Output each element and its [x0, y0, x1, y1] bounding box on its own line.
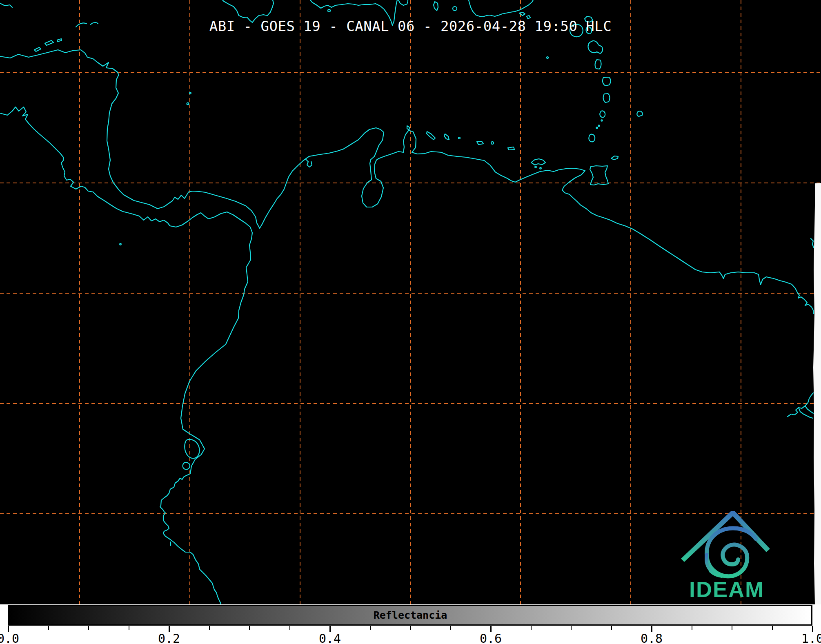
colorbar-minor-tick	[450, 626, 451, 630]
isla-beata-icon	[328, 9, 330, 12]
grenadine-islet-icon	[598, 125, 599, 126]
colorbar-tick-label: 0.2	[158, 631, 180, 644]
las-aves-islet-icon	[458, 137, 460, 139]
coastline-mona	[434, 2, 438, 11]
colorbar-minor-tick	[611, 626, 612, 630]
colorbar: Reflectancia	[8, 605, 812, 626]
colorbar-minor-tick	[249, 626, 250, 630]
colorbar-tick-label: 0.4	[319, 631, 341, 644]
san-andres-icon	[187, 103, 189, 105]
colorbar-minor-tick	[571, 626, 572, 630]
malpelo-icon	[120, 243, 121, 245]
colorbar-minor-tick	[531, 626, 532, 630]
colorbar-tick-label: 0.6	[480, 631, 502, 644]
logo-spiral-icon	[707, 528, 756, 576]
colorbar-minor-tick	[692, 626, 692, 630]
colorbar-minor-tick	[772, 626, 773, 630]
colorbar-minor-tick	[732, 626, 732, 630]
coastline-puerto-rico	[469, 0, 533, 17]
coastline-trinidad	[590, 166, 608, 185]
coastline-caribbean-mainland	[0, 50, 814, 314]
orchila-islet-icon	[491, 142, 494, 144]
coastline-pacific	[0, 107, 252, 604]
grenadine-islet-icon	[596, 127, 597, 128]
cienaga-hook	[306, 159, 312, 167]
product-title: ABI - GOES 19 - CANAL 06 - 2026-04-28 19…	[0, 18, 821, 34]
colorbar-label: Reflectancia	[9, 609, 811, 621]
colorbar-strip: Reflectancia 0.00.20.40.60.81.0	[0, 604, 821, 644]
map-graphics	[0, 0, 821, 604]
colorbar-minor-tick	[209, 626, 210, 630]
cubagua-islet-icon	[540, 167, 541, 169]
grenadine-islet-icon	[601, 120, 602, 121]
colorbar-tick-label: 1.0	[801, 631, 821, 644]
graticule-grid	[0, 0, 821, 604]
colorbar-tick-label: 0.8	[641, 631, 663, 644]
coastline-margarita	[531, 159, 545, 165]
colorbar-minor-tick	[48, 626, 49, 630]
colorbar-minor-tick	[410, 626, 411, 630]
map-canvas: ABI - GOES 19 - CANAL 06 - 2026-04-28 19…	[0, 0, 821, 604]
ideam-logo-text: IDEAM	[678, 577, 776, 602]
satellite-product: ABI - GOES 19 - CANAL 06 - 2026-04-28 19…	[0, 0, 821, 644]
colorbar-minor-tick	[88, 626, 89, 630]
colorbar-tick-label: 0.0	[0, 631, 19, 644]
coastline-puna-island	[183, 439, 200, 470]
colorbar-minor-tick	[289, 626, 290, 630]
coche-islet-icon	[535, 166, 536, 168]
colorbar-minor-tick	[129, 626, 129, 630]
coastline-abc-islands	[407, 126, 514, 150]
small-island-icon	[453, 7, 457, 11]
small-island-icon	[547, 57, 548, 58]
ideam-logo	[681, 511, 770, 576]
data-swath-edge	[813, 183, 821, 604]
coastline-tobago	[611, 156, 618, 160]
colorbar-minor-tick	[370, 626, 371, 630]
coastline-lesser-antilles	[570, 16, 643, 142]
coastline-guiana-fragment	[811, 238, 814, 247]
coastline-amazon-mouth	[788, 393, 813, 418]
